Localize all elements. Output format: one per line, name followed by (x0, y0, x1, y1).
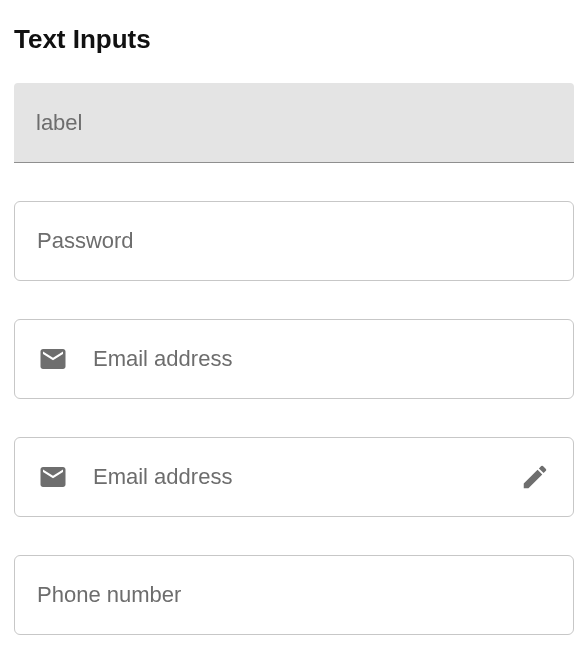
email-field-leading[interactable]: Email address (14, 319, 574, 399)
section-heading: Text Inputs (14, 24, 574, 55)
phone-field[interactable]: Phone number (14, 555, 574, 635)
email-field-leading-trailing[interactable]: Email address (14, 437, 574, 517)
text-field-filled[interactable]: label (14, 83, 574, 163)
password-field[interactable]: Password (14, 201, 574, 281)
